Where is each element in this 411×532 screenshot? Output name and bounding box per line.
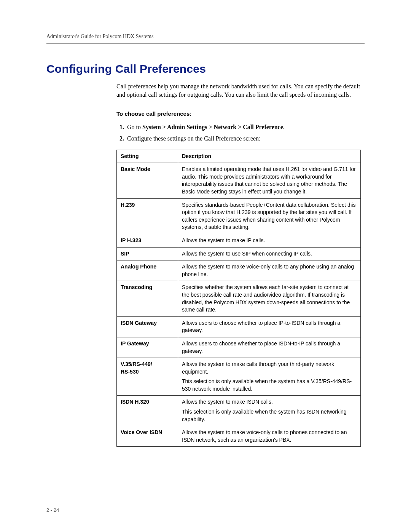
setting-description: Allows the system to make voice-only cal…: [178, 426, 361, 447]
step-1-nav-path: System > Admin Settings > Network > Call…: [142, 124, 283, 130]
setting-name: IP H.323: [117, 234, 178, 247]
table-row: IP H.323Allows the system to make IP cal…: [117, 234, 361, 247]
section-heading: Configuring Call Preferences: [46, 62, 365, 75]
running-header: Administrator's Guide for Polycom HDX Sy…: [46, 34, 365, 44]
setting-name: Voice Over ISDN: [117, 426, 178, 447]
setting-description: Allows users to choose whether to place …: [178, 316, 361, 337]
page-number: 2 - 24: [46, 507, 59, 513]
table-row: Basic ModeEnables a limited operating mo…: [117, 163, 361, 198]
table-row: ISDN H.320Allows the system to make ISDN…: [117, 396, 361, 426]
setting-name: IP Gateway: [117, 337, 178, 358]
setting-description: Allows the system to make calls through …: [178, 358, 361, 396]
setting-name: ISDN Gateway: [117, 316, 178, 337]
setting-description: Enables a limited operating mode that us…: [178, 163, 361, 198]
table-row: H.239Specifies standards-based People+Co…: [117, 198, 361, 234]
setting-name: Transcoding: [117, 281, 178, 316]
table-row: V.35/RS-449/ RS-530Allows the system to …: [117, 358, 361, 396]
setting-description: Specifies whether the system allows each…: [178, 281, 361, 316]
table-row: IP GatewayAllows users to choose whether…: [117, 337, 361, 358]
setting-description: Allows the system to make IP calls.: [178, 234, 361, 247]
table-row: ISDN GatewayAllows users to choose wheth…: [117, 316, 361, 337]
step-1-prefix: Go to: [127, 124, 142, 130]
table-header-setting: Setting: [117, 150, 178, 163]
settings-table: Setting Description Basic ModeEnables a …: [116, 150, 361, 447]
setting-description: Allows the system to make ISDN calls.Thi…: [178, 396, 361, 426]
table-row: Voice Over ISDNAllows the system to make…: [117, 426, 361, 447]
setting-name: ISDN H.320: [117, 396, 178, 426]
setting-name: SIP: [117, 247, 178, 260]
setting-name: Analog Phone: [117, 260, 178, 281]
step-1-suffix: .: [283, 124, 285, 130]
procedure-steps: Go to System > Admin Settings > Network …: [116, 123, 361, 142]
setting-description: Allows the system to use SIP when connec…: [178, 247, 361, 260]
procedure-heading: To choose call preferences:: [116, 110, 361, 118]
setting-name: Basic Mode: [117, 163, 178, 198]
step-2: Configure these settings on the Call Pre…: [126, 134, 361, 143]
table-row: SIPAllows the system to use SIP when con…: [117, 247, 361, 260]
intro-paragraph: Call preferences help you manage the net…: [116, 82, 361, 99]
setting-description: Specifies standards-based People+Content…: [178, 198, 361, 234]
table-header-description: Description: [178, 150, 361, 163]
step-1: Go to System > Admin Settings > Network …: [126, 123, 361, 131]
setting-description: Allows users to choose whether to place …: [178, 337, 361, 358]
setting-description: Allows the system to make voice-only cal…: [178, 260, 361, 281]
table-row: Analog PhoneAllows the system to make vo…: [117, 260, 361, 281]
setting-name: H.239: [117, 198, 178, 234]
setting-name: V.35/RS-449/ RS-530: [117, 358, 178, 396]
table-row: TranscodingSpecifies whether the system …: [117, 281, 361, 316]
